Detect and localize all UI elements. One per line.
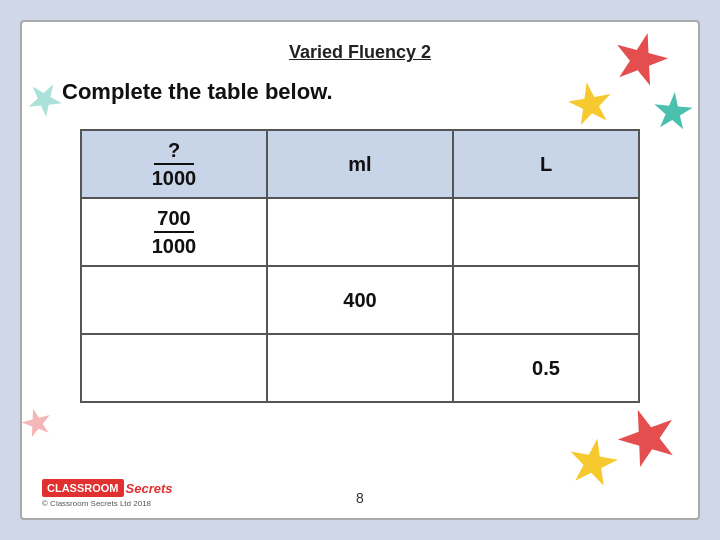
page-title: Varied Fluency 2: [289, 42, 431, 63]
table-row-4: 0.5: [81, 334, 639, 402]
cell-fraction-2: 700 1000: [81, 198, 267, 266]
header-cell-ml: ml: [267, 130, 453, 198]
cell-ml-2: [267, 198, 453, 266]
cell-l-4: 0.5: [453, 334, 639, 402]
cell-fraction-4: [81, 334, 267, 402]
instruction-text: Complete the table below.: [62, 79, 333, 105]
cell-ml-4: [267, 334, 453, 402]
header-cell-fraction: ? 1000: [81, 130, 267, 198]
fraction-denominator: 1000: [152, 165, 197, 190]
cell-ml-3: 400: [267, 266, 453, 334]
table-row-3: 400: [81, 266, 639, 334]
fraction-numerator: ?: [154, 138, 194, 165]
cell-l-3: [453, 266, 639, 334]
header-cell-l: L: [453, 130, 639, 198]
table-row-2: 700 1000: [81, 198, 639, 266]
logo-copyright: © Classroom Secrets Ltd 2018: [42, 499, 151, 508]
fraction-2: 700 1000: [152, 206, 197, 258]
logo-secrets: Secrets: [126, 481, 173, 496]
fluency-table: ? 1000 ml L 700 1000: [80, 129, 640, 403]
cell-l-2: [453, 198, 639, 266]
cell-fraction-3: [81, 266, 267, 334]
fraction-header: ? 1000: [152, 138, 197, 190]
fraction-2-denominator: 1000: [152, 233, 197, 258]
logo-area: CLASSROOM Secrets © Classroom Secrets Lt…: [42, 479, 172, 508]
fraction-2-numerator: 700: [154, 206, 194, 233]
page-number: 8: [356, 490, 364, 506]
slide-container: Varied Fluency 2 Complete the table belo…: [20, 20, 700, 520]
table-row-header: ? 1000 ml L: [81, 130, 639, 198]
logo-classroom: CLASSROOM: [42, 479, 124, 497]
